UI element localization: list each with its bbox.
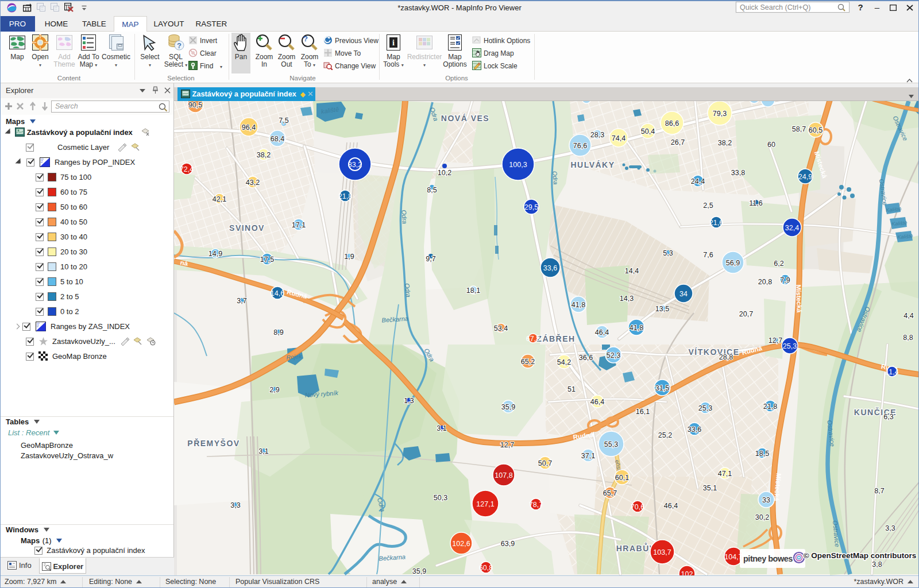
svg-text:65,2: 65,2 <box>521 358 535 366</box>
svg-text:56,9: 56,9 <box>726 259 740 267</box>
svg-text:60,1: 60,1 <box>615 474 629 482</box>
svg-text:33,8: 33,8 <box>731 169 745 177</box>
svg-text:42,1: 42,1 <box>213 195 226 203</box>
svg-text:pitney bowes: pitney bowes <box>743 554 793 563</box>
svg-text:ZÁBŘEH: ZÁBŘEH <box>536 334 575 343</box>
svg-text:50,3: 50,3 <box>434 494 447 502</box>
svg-text:PŘEMYŠOV: PŘEMYŠOV <box>187 438 240 448</box>
svg-text:25,3: 25,3 <box>698 404 712 412</box>
svg-text:35,9: 35,9 <box>501 403 515 411</box>
svg-text:127,1: 127,1 <box>476 500 494 508</box>
svg-text:16,1: 16,1 <box>636 408 650 416</box>
svg-text:67,8: 67,8 <box>526 335 540 343</box>
svg-text:25,3: 25,3 <box>783 342 797 350</box>
svg-text:20,7: 20,7 <box>739 310 753 318</box>
svg-text:Odra: Odra <box>551 171 559 185</box>
svg-text:7,9: 7,9 <box>780 276 790 284</box>
svg-text:104,7: 104,7 <box>724 553 742 561</box>
svg-text:86,6: 86,6 <box>665 119 679 127</box>
svg-text:36,6: 36,6 <box>579 354 593 362</box>
svg-text:13,5: 13,5 <box>655 305 669 313</box>
svg-text:18,5: 18,5 <box>755 450 769 458</box>
svg-text:2,5: 2,5 <box>703 202 713 210</box>
svg-text:63,9: 63,9 <box>501 540 515 548</box>
svg-text:50,7: 50,7 <box>538 459 552 467</box>
svg-text:14,4: 14,4 <box>625 267 639 275</box>
svg-text:18,1: 18,1 <box>466 287 480 295</box>
svg-text:3,1: 3,1 <box>437 424 446 432</box>
svg-text:8,8: 8,8 <box>903 334 913 342</box>
svg-text:3,7: 3,7 <box>237 297 246 305</box>
svg-text:5,3: 5,3 <box>663 249 673 257</box>
svg-text:12,7: 12,7 <box>500 441 514 449</box>
svg-text:Kaliště: Kaliště <box>886 206 902 213</box>
svg-text:9,7: 9,7 <box>426 255 435 263</box>
svg-text:54,2: 54,2 <box>557 358 571 366</box>
svg-text:78,7: 78,7 <box>529 501 543 509</box>
svg-text:21,8: 21,8 <box>338 192 352 200</box>
svg-text:3,8: 3,8 <box>872 560 882 568</box>
svg-text:14,3: 14,3 <box>620 295 634 303</box>
svg-text:35,9: 35,9 <box>412 567 426 575</box>
svg-text:79,3: 79,3 <box>713 110 727 118</box>
svg-text:74,4: 74,4 <box>612 134 625 142</box>
svg-text:17,5: 17,5 <box>260 256 274 264</box>
svg-text:41,8: 41,8 <box>572 301 585 309</box>
svg-text:14,6: 14,6 <box>271 289 284 297</box>
svg-text:10,2: 10,2 <box>438 169 451 177</box>
svg-text:17,1: 17,1 <box>292 221 306 229</box>
svg-text:34: 34 <box>679 290 688 298</box>
svg-text:33: 33 <box>762 496 770 504</box>
svg-text:41,8: 41,8 <box>630 324 643 332</box>
svg-text:21,8: 21,8 <box>763 403 777 411</box>
svg-text:72,4: 72,4 <box>180 165 194 173</box>
svg-text:?: ? <box>177 41 182 50</box>
svg-text:12,7: 12,7 <box>769 336 782 345</box>
svg-text:11,4: 11,4 <box>885 368 898 376</box>
svg-text:24,4: 24,4 <box>691 177 705 185</box>
svg-text:1,3: 1,3 <box>404 397 414 405</box>
svg-text:1,9: 1,9 <box>344 253 354 261</box>
svg-text:Odra: Odra <box>404 283 412 298</box>
svg-text:6,2: 6,2 <box>774 260 783 268</box>
svg-text:NOVÁ VES: NOVÁ VES <box>441 114 489 123</box>
svg-text:Místecká: Místecká <box>795 284 803 313</box>
svg-text:46,4: 46,4 <box>590 398 604 406</box>
svg-text:102: 102 <box>681 570 693 576</box>
svg-text:HULVÁKY: HULVÁKY <box>570 160 615 169</box>
svg-text:35,1: 35,1 <box>703 484 717 492</box>
svg-text:3,3: 3,3 <box>230 501 240 509</box>
svg-text:Odra: Odra <box>400 210 408 224</box>
svg-text:i: i <box>392 38 395 47</box>
svg-text:28,3: 28,3 <box>590 131 604 139</box>
svg-text:SVINOV: SVINOV <box>229 223 265 233</box>
svg-text:31,5: 31,5 <box>655 384 669 392</box>
svg-text:?: ? <box>303 34 308 43</box>
svg-text:68,4: 68,4 <box>271 135 284 143</box>
svg-text:90,5: 90,5 <box>188 101 202 109</box>
svg-text:20,8: 20,8 <box>758 278 772 286</box>
svg-text:4,4: 4,4 <box>903 312 913 320</box>
svg-text:14,9: 14,9 <box>208 250 222 258</box>
svg-text:33,6: 33,6 <box>543 264 557 272</box>
svg-text:46,4: 46,4 <box>664 502 678 510</box>
svg-text:65,7: 65,7 <box>603 489 617 497</box>
svg-text:ná: ná <box>180 259 189 267</box>
svg-text:7,5: 7,5 <box>279 117 288 125</box>
svg-text:107,8: 107,8 <box>495 471 512 479</box>
svg-text:58,7: 58,7 <box>792 125 806 133</box>
svg-text:60: 60 <box>767 141 775 149</box>
svg-text:21,6: 21,6 <box>709 219 723 227</box>
svg-text:6,3: 6,3 <box>883 413 893 421</box>
svg-text:43,2: 43,2 <box>246 179 260 187</box>
svg-text:29,5: 29,5 <box>524 203 538 211</box>
svg-text:30,2: 30,2 <box>755 513 769 521</box>
svg-text:100,3: 100,3 <box>509 161 527 169</box>
svg-text:96,4: 96,4 <box>242 123 256 131</box>
svg-text:Kaliště: Kaliště <box>891 220 908 227</box>
svg-text:53,4: 53,4 <box>494 324 508 332</box>
svg-text:32,4: 32,4 <box>785 224 799 232</box>
svg-text:103,7: 103,7 <box>653 548 671 556</box>
svg-text:25,2: 25,2 <box>658 431 672 439</box>
svg-text:28,8: 28,8 <box>719 353 733 361</box>
